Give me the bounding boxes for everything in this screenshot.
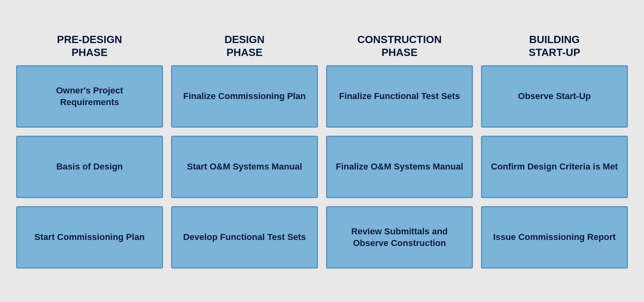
card-observe-start-up: Observe Start-Up	[481, 65, 628, 128]
card-text: Issue Commissioning Report	[493, 231, 615, 243]
card-text: Finalize Commissioning Plan	[183, 90, 305, 102]
card-text: Develop Functional Test Sets	[183, 231, 306, 243]
card-text: Confirm Design Criteria is Met	[491, 161, 618, 173]
card-review-submittals: Review Submittals and Observe Constructi…	[326, 206, 473, 269]
card-text: Review Submittals and Observe Constructi…	[335, 225, 464, 249]
card-text: Finalize O&M Systems Manual	[336, 161, 463, 173]
card-issue-commissioning-report: Issue Commissioning Report	[481, 206, 628, 269]
card-text: Start Commissioning Plan	[35, 231, 145, 243]
card-start-commissioning-plan: Start Commissioning Plan	[16, 206, 163, 269]
phase-headers-row: PRE-DESIGNPHASE DESIGNPHASE CONSTRUCTION…	[16, 33, 628, 58]
card-basis-of-design: Basis of Design	[16, 136, 163, 198]
card-develop-functional-test-sets: Develop Functional Test Sets	[171, 206, 318, 269]
main-grid: PRE-DESIGNPHASE DESIGNPHASE CONSTRUCTION…	[16, 25, 628, 276]
card-owners-project-requirements: Owner's Project Requirements	[16, 65, 163, 128]
card-text: Basis of Design	[56, 161, 123, 173]
card-finalize-commissioning-plan: Finalize Commissioning Plan	[171, 65, 318, 128]
card-confirm-design-criteria: Confirm Design Criteria is Met	[481, 136, 628, 198]
phase-header-construction: CONSTRUCTIONPHASE	[326, 33, 473, 58]
phase-header-design: DESIGNPHASE	[171, 33, 318, 58]
card-text: Observe Start-Up	[518, 90, 591, 102]
phase-header-building-startup: BUILDINGSTART-UP	[481, 33, 628, 58]
phase-header-pre-design: PRE-DESIGNPHASE	[16, 33, 163, 58]
card-text: Owner's Project Requirements	[25, 85, 154, 108]
card-text: Finalize Functional Test Sets	[339, 90, 460, 102]
cards-grid: Owner's Project Requirements Finalize Co…	[16, 65, 628, 269]
card-finalize-om-systems-manual: Finalize O&M Systems Manual	[326, 136, 473, 198]
card-text: Start O&M Systems Manual	[187, 161, 302, 173]
card-finalize-functional-test-sets: Finalize Functional Test Sets	[326, 65, 473, 128]
card-start-om-systems-manual: Start O&M Systems Manual	[171, 136, 318, 198]
